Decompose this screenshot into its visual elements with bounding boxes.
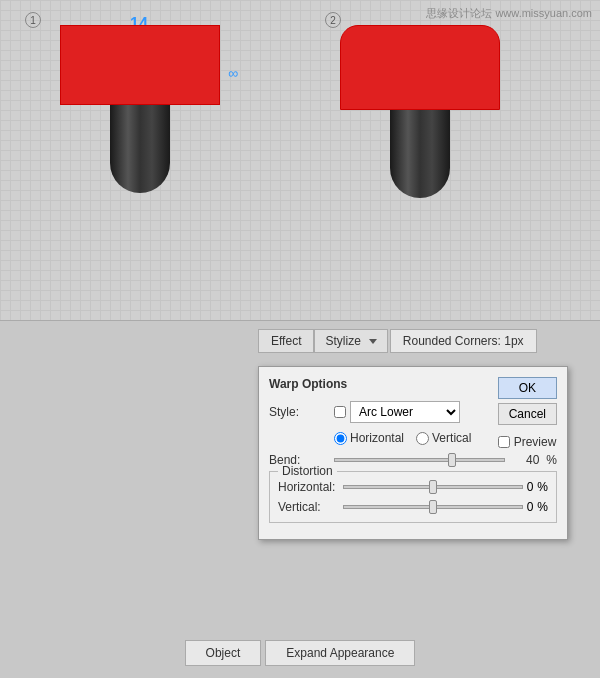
canvas-label-2: 2 — [325, 12, 341, 28]
preview-label: Preview — [514, 435, 557, 449]
bottom-buttons: Object Expand Appearance — [0, 640, 600, 666]
dialog-buttons: OK Cancel Preview — [498, 377, 557, 449]
bend-slider[interactable] — [334, 458, 505, 462]
horiz-dist-label: Horizontal: — [278, 480, 343, 494]
toolbar-row: Effect Stylize Rounded Corners: 1px — [0, 321, 600, 361]
vert-dist-row: Vertical: 0 % — [278, 500, 548, 514]
shape1-rect — [60, 25, 220, 105]
horiz-dist-slider[interactable] — [343, 485, 523, 489]
horiz-dist-row: Horizontal: 0 % — [278, 480, 548, 494]
vertical-radio[interactable] — [416, 432, 429, 445]
ok-button[interactable]: OK — [498, 377, 557, 399]
canvas-area: 思缘设计论坛 www.missyuan.com 1 2 14 ∞ — [0, 0, 600, 320]
preview-row: Preview — [498, 435, 557, 449]
bottom-panel: Effect Stylize Rounded Corners: 1px Warp… — [0, 320, 600, 678]
horiz-dist-percent: % — [537, 480, 548, 494]
watermark: 思缘设计论坛 www.missyuan.com — [426, 6, 592, 21]
stylize-arrow-icon — [369, 339, 377, 344]
vert-dist-value: 0 — [527, 500, 534, 514]
horizontal-radio-label[interactable]: Horizontal — [334, 431, 404, 445]
warp-options-dialog: Warp Options OK Cancel Preview Style: Ar… — [258, 366, 568, 540]
style-checkbox[interactable] — [334, 406, 346, 418]
bend-percent: % — [546, 453, 557, 467]
vert-dist-label: Vertical: — [278, 500, 343, 514]
distortion-legend: Distortion — [278, 464, 337, 478]
shape2-pill — [390, 108, 450, 198]
style-select[interactable]: Arc Lower — [350, 401, 460, 423]
effect-button[interactable]: Effect — [258, 329, 314, 353]
stylize-button[interactable]: Stylize — [314, 329, 387, 353]
distortion-group: Distortion Horizontal: 0 % Vertical: 0 % — [269, 471, 557, 523]
object-button[interactable]: Object — [185, 640, 262, 666]
horizontal-radio[interactable] — [334, 432, 347, 445]
expand-appearance-button[interactable]: Expand Appearance — [265, 640, 415, 666]
horiz-dist-value: 0 — [527, 480, 534, 494]
shape1-pill — [110, 103, 170, 193]
preview-checkbox[interactable] — [498, 436, 510, 448]
canvas-label-1: 1 — [25, 12, 41, 28]
rounded-corners-button[interactable]: Rounded Corners: 1px — [390, 329, 537, 353]
shape2-rect — [340, 25, 500, 110]
vertical-radio-label[interactable]: Vertical — [416, 431, 471, 445]
shape1-container — [60, 25, 220, 195]
link-icon: ∞ — [228, 65, 238, 81]
cancel-button[interactable]: Cancel — [498, 403, 557, 425]
vert-dist-slider[interactable] — [343, 505, 523, 509]
vert-dist-percent: % — [537, 500, 548, 514]
shape2-container — [340, 25, 500, 200]
bend-value: 40 — [509, 453, 539, 467]
style-label: Style: — [269, 405, 334, 419]
